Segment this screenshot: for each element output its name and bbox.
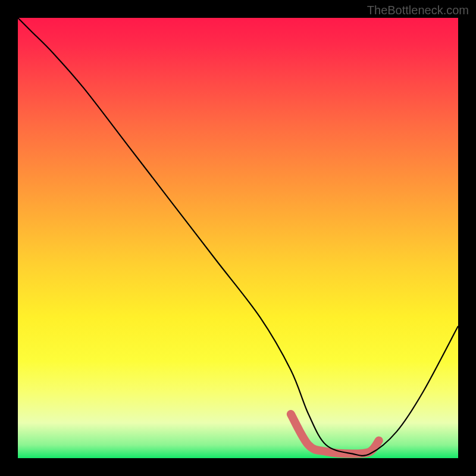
highlight-valley-segment [291, 414, 379, 454]
plot-area [18, 18, 458, 458]
bottleneck-curve [18, 18, 458, 456]
watermark-text: TheBottleneck.com [367, 4, 469, 17]
chart-svg [18, 18, 458, 458]
